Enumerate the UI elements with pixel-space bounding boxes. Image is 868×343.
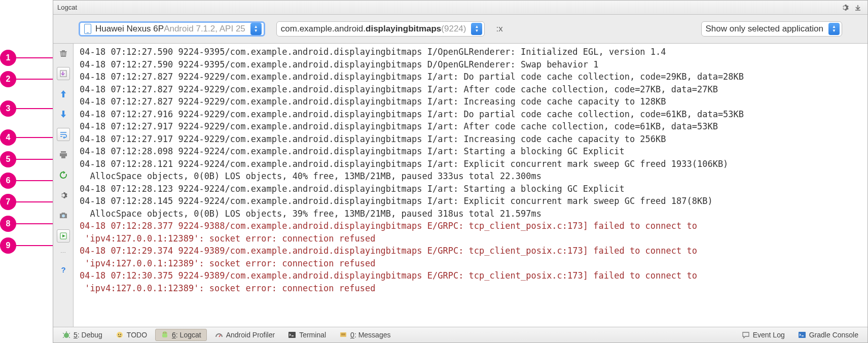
messages-label: : Messages bbox=[354, 331, 391, 339]
log-line: 04-18 07:12:28.145 9224-9224/com.example… bbox=[80, 195, 864, 220]
soft-wrap-button[interactable] bbox=[57, 128, 70, 141]
debug-label: : Debug bbox=[78, 331, 102, 339]
log-area[interactable]: 04-18 07:12:27.590 9224-9395/com.example… bbox=[74, 44, 867, 327]
tab-debug[interactable]: 5: Debug bbox=[57, 329, 107, 340]
phone-icon bbox=[84, 24, 91, 34]
gradle-label: Gradle Console bbox=[809, 331, 858, 339]
callout-3: 3 bbox=[0, 100, 53, 117]
settings-button[interactable] bbox=[57, 189, 70, 202]
callout-badge: 6 bbox=[0, 173, 16, 189]
terminal-label: Terminal bbox=[299, 331, 326, 339]
screen-record-button[interactable] bbox=[57, 229, 70, 243]
process-prefix: com.example.android. bbox=[281, 24, 366, 34]
tab-messages[interactable]: 0: Messages bbox=[334, 329, 395, 340]
restart-button[interactable] bbox=[57, 168, 70, 182]
callout-badge: 9 bbox=[0, 237, 16, 254]
svg-point-6 bbox=[118, 334, 119, 335]
device-details: Android 7.1.2, API 25 bbox=[164, 24, 245, 34]
tab-gradle-console[interactable]: Gradle Console bbox=[793, 329, 863, 340]
log-line: 04-18 07:12:27.590 9224-9395/com.example… bbox=[80, 46, 864, 58]
process-bold: displayingbitmaps bbox=[366, 24, 441, 34]
gradle-icon bbox=[798, 331, 806, 339]
messages-accel: 0 bbox=[350, 331, 354, 339]
device-name: Huawei Nexus 6P bbox=[95, 24, 164, 34]
tab-profiler[interactable]: Android Profiler bbox=[210, 329, 280, 340]
svg-point-5 bbox=[117, 332, 123, 338]
log-line: 04-18 07:12:27.827 9224-9229/com.example… bbox=[80, 71, 864, 83]
log-line: 04-18 07:12:27.916 9224-9229/com.example… bbox=[80, 108, 864, 121]
event-log-label: Event Log bbox=[753, 331, 785, 339]
chevron-updown-icon: ▲▼ bbox=[471, 23, 482, 35]
tab-todo[interactable]: TODO bbox=[111, 329, 152, 340]
log-line: 04-18 07:12:28.377 9224-9388/com.example… bbox=[80, 220, 864, 245]
clear-button[interactable] bbox=[57, 47, 70, 60]
callout-badge: 2 bbox=[0, 71, 16, 87]
todo-icon bbox=[116, 331, 124, 339]
titlebar: Logcat bbox=[53, 1, 867, 15]
down-button[interactable] bbox=[57, 108, 70, 121]
regex-hint: :x bbox=[496, 24, 502, 34]
speech-icon bbox=[742, 331, 750, 339]
logcat-panel: Logcat Huawei Nexus 6P Android 7.1.2, AP… bbox=[53, 0, 868, 343]
svg-point-9 bbox=[163, 332, 164, 333]
help-button[interactable]: ? bbox=[57, 263, 70, 277]
panel-body: ⋯ ? 04-18 07:12:27.590 9224-9395/com.exa… bbox=[53, 43, 867, 327]
logcat-accel: 6 bbox=[172, 331, 176, 339]
log-line: 04-18 07:12:30.375 9224-9389/com.example… bbox=[80, 269, 864, 294]
svg-point-4 bbox=[64, 333, 69, 338]
log-line: 04-18 07:12:27.827 9224-9229/com.example… bbox=[80, 95, 864, 108]
footer-tabs: 5: Debug TODO 6: Logcat Android Profiler… bbox=[53, 327, 867, 342]
callout-badge: 3 bbox=[0, 100, 16, 117]
callout-6: 6 bbox=[0, 173, 53, 189]
callout-badge: 8 bbox=[0, 216, 16, 232]
logcat-label: : Logcat bbox=[176, 331, 201, 339]
filter-selector[interactable]: Show only selected application ▲▼ bbox=[701, 21, 842, 37]
tab-terminal[interactable]: Terminal bbox=[283, 329, 331, 340]
log-line: 04-18 07:12:28.123 9224-9224/com.example… bbox=[80, 183, 864, 195]
up-button[interactable] bbox=[57, 87, 70, 100]
log-line: 04-18 07:12:27.917 9224-9229/com.example… bbox=[80, 133, 864, 146]
messages-icon bbox=[339, 331, 347, 339]
scroll-to-end-button[interactable] bbox=[57, 67, 70, 80]
svg-rect-13 bbox=[799, 332, 806, 338]
svg-point-7 bbox=[120, 334, 121, 335]
callout-7: 7 bbox=[0, 194, 53, 210]
callout-badge: 1 bbox=[0, 50, 16, 66]
debug-accel: 5 bbox=[74, 331, 78, 339]
left-toolbar: ⋯ ? bbox=[53, 44, 74, 327]
callout-badge: 5 bbox=[0, 151, 16, 167]
terminal-icon bbox=[288, 331, 296, 339]
device-selector[interactable]: Huawei Nexus 6P Android 7.1.2, API 25 ▲▼ bbox=[79, 21, 265, 37]
svg-text:?: ? bbox=[61, 266, 65, 274]
svg-point-1 bbox=[62, 215, 65, 218]
filter-bar: Huawei Nexus 6P Android 7.1.2, API 25 ▲▼… bbox=[53, 15, 867, 43]
callout-1: 1 bbox=[0, 50, 53, 66]
bug-icon bbox=[62, 331, 70, 339]
tab-event-log[interactable]: Event Log bbox=[737, 329, 790, 340]
callouts-column: 123456789 bbox=[0, 0, 53, 343]
svg-point-10 bbox=[165, 332, 166, 333]
svg-rect-8 bbox=[162, 334, 167, 337]
chevron-updown-icon: ▲▼ bbox=[828, 23, 840, 35]
callout-badge: 7 bbox=[0, 194, 16, 210]
more-icon: ⋯ bbox=[60, 250, 66, 256]
gauge-icon bbox=[215, 331, 223, 339]
gear-icon[interactable] bbox=[839, 2, 850, 13]
android-icon bbox=[161, 331, 169, 339]
svg-rect-11 bbox=[288, 332, 296, 338]
screenshot-button[interactable] bbox=[57, 209, 70, 222]
tab-logcat[interactable]: 6: Logcat bbox=[155, 329, 207, 341]
profiler-label: Android Profiler bbox=[226, 331, 275, 339]
log-line: 04-18 07:12:28.121 9224-9224/com.example… bbox=[80, 158, 864, 183]
callout-2: 2 bbox=[0, 71, 53, 87]
log-line: 04-18 07:12:29.374 9224-9389/com.example… bbox=[80, 245, 864, 269]
callout-9: 9 bbox=[0, 237, 53, 254]
log-line: 04-18 07:12:27.917 9224-9229/com.example… bbox=[80, 120, 864, 133]
log-line: 04-18 07:12:27.590 9224-9395/com.example… bbox=[80, 58, 864, 71]
print-button[interactable] bbox=[57, 148, 70, 161]
hide-icon[interactable] bbox=[852, 2, 863, 13]
callout-badge: 4 bbox=[0, 129, 16, 146]
callout-4: 4 bbox=[0, 129, 53, 146]
log-line: 04-18 07:12:27.827 9224-9229/com.example… bbox=[80, 83, 864, 96]
process-selector[interactable]: com.example.android.displayingbitmaps (9… bbox=[276, 21, 485, 37]
